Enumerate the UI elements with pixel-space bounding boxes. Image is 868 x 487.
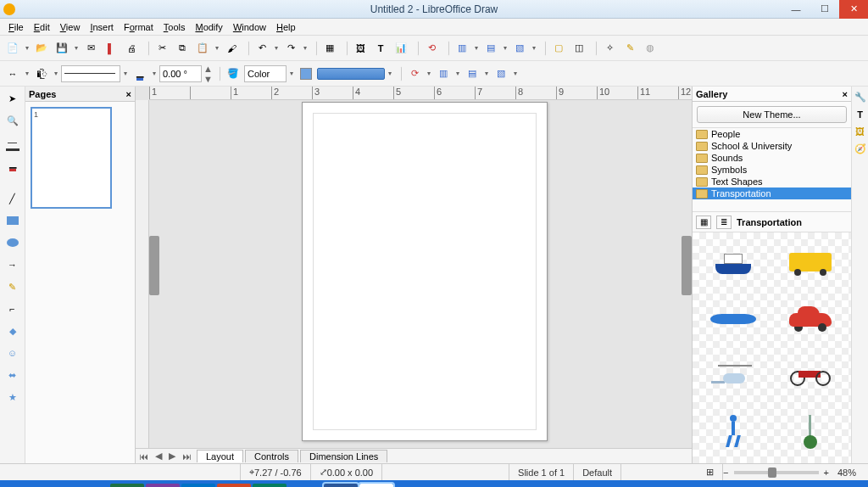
curve-tool-icon[interactable]: ✎ <box>3 278 22 295</box>
arrow-tool-icon[interactable]: → <box>3 256 22 273</box>
horizontal-ruler[interactable]: 1123456789101112 <box>149 87 692 100</box>
menu-window[interactable]: Window <box>228 20 271 34</box>
arrange2-icon[interactable]: ▤ <box>463 64 481 83</box>
task-outlook-icon[interactable]: O <box>181 484 215 487</box>
pages-panel-close-icon[interactable]: × <box>126 89 131 99</box>
sidebar-gallery-icon[interactable]: 🖼 <box>855 126 865 137</box>
tab-nav-prev[interactable]: ◀ <box>152 451 165 462</box>
menu-edit[interactable]: Edit <box>29 20 55 34</box>
line-tool-icon[interactable]: ╱ <box>3 190 22 207</box>
rotate-icon[interactable]: ⟳ <box>405 64 424 83</box>
shadow-icon[interactable]: ▢ <box>549 39 568 58</box>
clone-format-icon[interactable]: 🖌 <box>222 39 241 58</box>
image-icon[interactable]: 🖼 <box>351 39 370 58</box>
new-theme-button[interactable]: New Theme... <box>697 106 847 123</box>
gallery-list-view[interactable]: ≣ <box>716 216 732 229</box>
shapes-icon[interactable]: ✧ <box>600 39 619 58</box>
connector-tool-icon[interactable]: ⌐ <box>3 300 22 317</box>
canvas[interactable] <box>149 100 692 448</box>
task-ie-icon[interactable]: e <box>39 484 73 487</box>
task-publisher-icon[interactable]: P <box>253 484 287 487</box>
theme-transportation[interactable]: Transportation <box>693 188 851 199</box>
task-excel-icon[interactable]: X <box>110 484 144 487</box>
symbol-shapes-icon[interactable]: ☺ <box>3 344 22 361</box>
maximize-button[interactable]: ☐ <box>810 0 839 19</box>
gallery-close-icon[interactable]: × <box>843 89 848 99</box>
theme-sounds[interactable]: Sounds <box>693 152 851 164</box>
menu-help[interactable]: Help <box>271 20 301 34</box>
clip-segway[interactable] <box>775 407 847 456</box>
hyperlink-icon[interactable]: ⟲ <box>422 39 441 58</box>
block-arrows-icon[interactable]: ⬌ <box>3 367 22 383</box>
menu-insert[interactable]: Insert <box>85 20 119 34</box>
minimize-button[interactable]: — <box>782 0 810 19</box>
arrange-icon[interactable]: ▤ <box>481 39 500 58</box>
fill-type-field[interactable]: Color <box>244 65 287 82</box>
rect-tool-icon[interactable] <box>3 212 22 229</box>
line-color-icon[interactable]: ▁ <box>131 64 149 83</box>
menu-file[interactable]: File <box>3 20 29 34</box>
canvas-scroll-left[interactable] <box>149 236 159 295</box>
basic-shapes-icon[interactable]: ◆ <box>3 322 22 339</box>
email-icon[interactable]: ✉ <box>81 39 100 58</box>
close-button[interactable]: ✕ <box>839 0 868 19</box>
vertical-ruler[interactable] <box>136 100 149 448</box>
open-icon[interactable]: 📂 <box>32 39 51 58</box>
line-style-field[interactable] <box>61 65 120 82</box>
menu-format[interactable]: Format <box>119 20 159 34</box>
start-button[interactable]: ⊞ <box>3 484 37 487</box>
menu-view[interactable]: View <box>55 20 86 34</box>
sidebar-navigator-icon[interactable]: 🧭 <box>854 143 866 154</box>
task-libreoffice-icon[interactable]: ▌ <box>359 484 393 487</box>
zoom-slider[interactable] <box>734 471 819 474</box>
gluepoint-icon[interactable]: ✎ <box>620 39 639 58</box>
line-color-tool-icon[interactable]: ▁ <box>3 156 22 173</box>
clip-car[interactable] <box>775 294 847 344</box>
task-powerpoint-icon[interactable]: P <box>217 484 251 487</box>
stars-icon[interactable]: ★ <box>3 389 22 406</box>
fill-color-bar[interactable] <box>317 68 385 80</box>
drawing-page[interactable] <box>302 102 548 441</box>
pdf-icon[interactable]: ▌ <box>102 39 120 58</box>
gallery-icon-view[interactable]: ▦ <box>696 216 711 229</box>
angle-field[interactable]: 0.00 ° <box>159 65 202 82</box>
tab-nav-first[interactable]: ⏮ <box>136 451 152 462</box>
task-explorer-icon[interactable]: 📁 <box>75 484 108 487</box>
redo-icon[interactable]: ↷ <box>281 39 300 58</box>
distribute2-icon[interactable]: ▧ <box>492 64 510 83</box>
task-onenote-icon[interactable]: N <box>146 484 180 487</box>
spin-down[interactable]: ▼ <box>203 74 212 84</box>
canvas-scroll-right[interactable] <box>682 236 692 295</box>
new-doc-dropdown[interactable]: ▾ <box>24 44 31 52</box>
clip-pedestrian[interactable] <box>698 407 770 456</box>
sidebar-styles-icon[interactable]: T <box>857 109 863 120</box>
zoom-out-icon[interactable]: − <box>723 467 728 478</box>
clip-bus[interactable] <box>775 238 847 287</box>
chart-icon[interactable]: 📊 <box>392 39 410 58</box>
zoom-value[interactable]: 48% <box>829 464 865 480</box>
zoom-tool-icon[interactable]: 🔍 <box>3 112 22 129</box>
clip-helicopter[interactable] <box>698 350 770 400</box>
gallery-thumbnails[interactable] <box>693 232 851 463</box>
theme-text-shapes[interactable]: Text Shapes <box>693 176 851 188</box>
text-tool-icon[interactable]: — <box>6 134 19 151</box>
save-dropdown[interactable]: ▾ <box>73 44 80 52</box>
align-icon[interactable]: ▥ <box>453 39 471 58</box>
crop-icon[interactable]: ◫ <box>570 39 588 58</box>
select-tool-icon[interactable]: ➤ <box>3 90 22 107</box>
menu-tools[interactable]: Tools <box>159 20 191 34</box>
save-icon[interactable]: 💾 <box>53 39 71 58</box>
gallery-theme-list[interactable]: People School & University Sounds Symbol… <box>693 127 851 212</box>
text-box-icon[interactable]: T <box>371 39 390 58</box>
line-style-icon[interactable]: �ై <box>32 64 51 83</box>
task-word-icon[interactable]: W <box>324 484 358 487</box>
page-thumbnail[interactable]: 1 <box>31 107 112 209</box>
ellipse-tool-icon[interactable] <box>3 234 22 251</box>
print-icon[interactable]: 🖨 <box>122 39 141 58</box>
tab-controls[interactable]: Controls <box>245 450 298 462</box>
distribute-icon[interactable]: ▧ <box>510 39 529 58</box>
grid-icon[interactable]: ▦ <box>320 39 339 58</box>
theme-symbols[interactable]: Symbols <box>693 164 851 176</box>
status-style[interactable]: Default <box>574 464 621 480</box>
extrusion-icon[interactable]: ◍ <box>641 39 659 58</box>
